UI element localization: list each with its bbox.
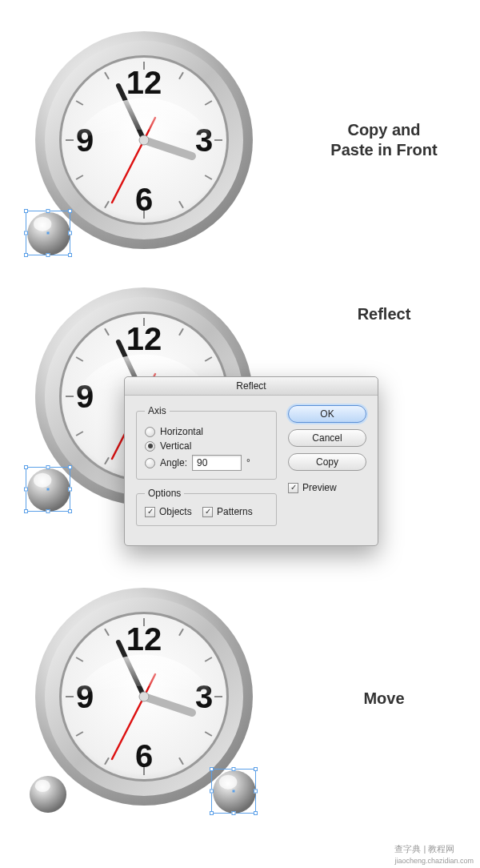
dialog-title: Reflect — [125, 377, 378, 396]
options-legend: Options — [145, 488, 184, 499]
selection-bounding-box[interactable] — [211, 769, 256, 814]
radio-horizontal[interactable] — [145, 427, 155, 437]
checkbox-objects[interactable] — [145, 507, 155, 517]
angle-label: Angle: — [160, 457, 187, 468]
reflect-dialog: Reflect Axis Horizontal Vertical Angle: — [124, 376, 378, 546]
radio-angle[interactable] — [145, 458, 155, 468]
step-caption: Reflect — [320, 304, 448, 324]
axis-fieldset: Axis Horizontal Vertical Angle: 90 ° — [136, 405, 277, 480]
checkbox-preview-label: Preview — [302, 482, 337, 493]
angle-input[interactable]: 90 — [192, 455, 242, 471]
degree-symbol: ° — [246, 457, 250, 468]
step-caption: Copy and Paste in Front — [320, 120, 448, 160]
checkbox-objects-label: Objects — [159, 506, 192, 517]
selection-bounding-box[interactable] — [26, 211, 70, 255]
checkbox-preview[interactable] — [288, 483, 298, 493]
options-fieldset: Options Objects Patterns — [136, 488, 277, 526]
copy-button[interactable]: Copy — [288, 453, 366, 471]
radio-vertical-label: Vertical — [160, 440, 191, 452]
radio-horizontal-label: Horizontal — [160, 426, 203, 437]
radio-vertical[interactable] — [145, 441, 155, 452]
clock-foot-left — [29, 775, 67, 817]
ok-button[interactable]: OK — [288, 405, 366, 423]
watermark: 查字典 | 教程网 jiaocheng.chazidian.com — [394, 843, 474, 865]
selection-bounding-box[interactable] — [26, 467, 70, 512]
checkbox-patterns-label: Patterns — [217, 506, 253, 517]
axis-legend: Axis — [145, 405, 170, 416]
cancel-button[interactable]: Cancel — [288, 429, 366, 447]
checkbox-patterns[interactable] — [202, 507, 213, 517]
step-caption: Move — [320, 689, 448, 709]
